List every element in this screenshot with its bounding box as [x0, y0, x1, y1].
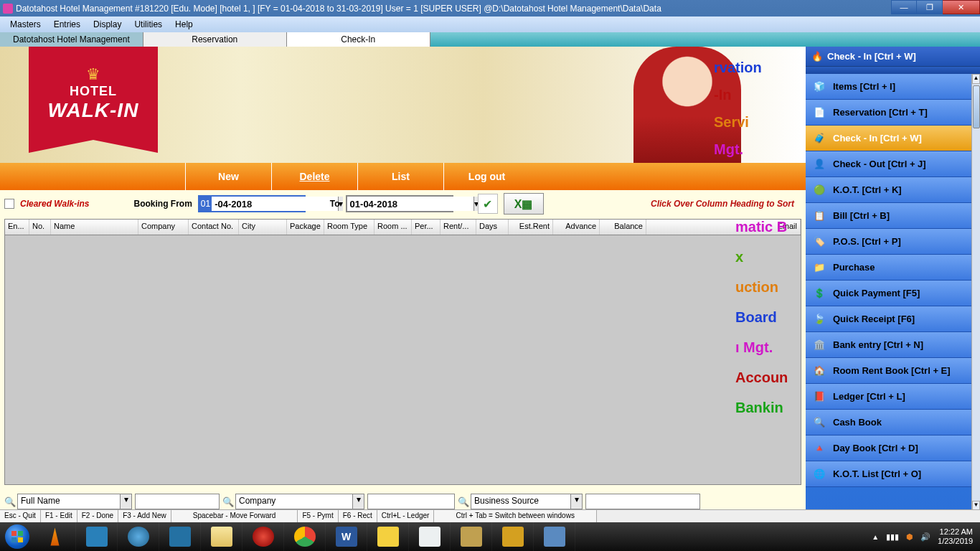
col-no[interactable]: No.: [29, 220, 51, 235]
export-excel-button[interactable]: X▦: [504, 193, 544, 215]
volume-icon[interactable]: 🔊: [920, 532, 930, 542]
search-icon[interactable]: 🔍: [458, 496, 468, 507]
rp-item-label: P.O.S. [Ctrl + P]: [833, 236, 901, 247]
col-entry[interactable]: En...: [5, 220, 29, 235]
scroll-up-icon[interactable]: ▲: [972, 74, 980, 84]
combo-company[interactable]: Company▾: [235, 494, 364, 509]
date-from-combo[interactable]: 01 ▾: [198, 195, 306, 212]
task-ie[interactable]: [118, 522, 159, 551]
task-notes[interactable]: [367, 522, 409, 551]
rp-item[interactable]: 🏛️Bank entry [Ctrl + N]: [806, 332, 980, 358]
sc-f5: F5 - Pymt: [298, 510, 338, 522]
col-days[interactable]: Days: [476, 220, 509, 235]
clock[interactable]: 12:22 AM 1/23/2019: [938, 527, 973, 546]
cleared-label: Cleared Walk-ins: [20, 199, 89, 209]
cleared-checkbox[interactable]: [4, 199, 14, 209]
date-to-input[interactable]: [347, 197, 473, 211]
menu-utilities[interactable]: Utilities: [128, 18, 168, 31]
date-from-input[interactable]: [212, 197, 338, 211]
col-estrent[interactable]: Est.Rent: [509, 220, 553, 235]
chevron-down-icon[interactable]: ▾: [570, 494, 582, 509]
col-advance[interactable]: Advance: [553, 220, 600, 235]
task-word[interactable]: W: [326, 522, 367, 551]
task-app3[interactable]: [534, 522, 575, 551]
rp-item[interactable]: 🌐K.O.T. List [Ctrl + O]: [806, 461, 980, 487]
rp-item[interactable]: 💲Quick Payment [F5]: [806, 281, 980, 306]
tab-app-name[interactable]: Datotahost Hotel Management: [0, 32, 143, 47]
wifi-icon[interactable]: ▮▮▮: [886, 532, 899, 542]
chevron-down-icon[interactable]: ▾: [352, 494, 364, 509]
tab-reservation[interactable]: Reservation: [143, 32, 287, 47]
col-room[interactable]: Room ...: [374, 220, 412, 235]
right-panel-title: 🔥 Check - In [Ctrl + W]: [806, 47, 980, 67]
task-explorer[interactable]: [201, 522, 242, 551]
col-package[interactable]: Package: [287, 220, 324, 235]
svg-rect-1: [18, 531, 23, 536]
rp-item-icon: 📋: [813, 209, 826, 222]
col-email[interactable]: Email: [646, 220, 801, 235]
combo-fullname[interactable]: Full Name▾: [17, 494, 132, 509]
rp-item[interactable]: 🍃Quick Receipt [F6]: [806, 306, 980, 332]
crown-icon: ♛: [86, 65, 100, 84]
col-name[interactable]: Name: [51, 220, 138, 235]
col-rent[interactable]: Rent/...: [440, 220, 476, 235]
logout-button[interactable]: Log out: [443, 163, 529, 190]
col-persons[interactable]: Per...: [412, 220, 440, 235]
rp-item[interactable]: 🔍Cash Book: [806, 410, 980, 435]
shield-icon[interactable]: ⬢: [906, 532, 913, 542]
rp-item[interactable]: 👤Check - Out [Ctrl + J]: [806, 151, 980, 177]
combo-business-source[interactable]: Business Source▾: [471, 494, 583, 509]
close-button[interactable]: ✕: [943, 0, 980, 14]
menu-display[interactable]: Display: [88, 18, 127, 31]
task-vlc[interactable]: [34, 522, 76, 551]
textbox-company[interactable]: [367, 494, 455, 509]
textbox-name[interactable]: [135, 494, 220, 509]
rp-item[interactable]: 📕Ledger [Ctrl + L]: [806, 384, 980, 410]
col-company[interactable]: Company: [138, 220, 189, 235]
task-opera[interactable]: [242, 522, 284, 551]
rp-item[interactable]: 📋Bill [Ctrl + B]: [806, 203, 980, 229]
rp-item-label: Cash Book: [833, 417, 882, 428]
rp-item[interactable]: 🟢K.O.T. [Ctrl + K]: [806, 177, 980, 203]
rp-item[interactable]: 🏠Room Rent Book [Ctrl + E]: [806, 358, 980, 384]
scroll-thumb[interactable]: [973, 85, 980, 128]
list-button[interactable]: List: [357, 163, 443, 190]
tray-expand-icon[interactable]: ▲: [872, 533, 879, 541]
rp-item[interactable]: 🔺Day Book [Ctrl + D]: [806, 435, 980, 461]
sc-ctrl-l: Ctrl+L - Ledger: [377, 510, 435, 522]
rp-item[interactable]: 🧳Check - In [Ctrl + W]: [806, 126, 980, 151]
tab-check-in[interactable]: Check-In: [287, 32, 430, 47]
rp-item-label: Purchase: [833, 262, 875, 273]
task-mail[interactable]: [159, 522, 201, 551]
scrollbar[interactable]: ▲ ▼: [971, 74, 980, 511]
rp-item[interactable]: 🏷️P.O.S. [Ctrl + P]: [806, 229, 980, 255]
start-button[interactable]: [0, 522, 34, 551]
minimize-button[interactable]: —: [891, 0, 917, 14]
task-app2[interactable]: [492, 522, 534, 551]
maximize-button[interactable]: ❐: [917, 0, 943, 14]
grid-body[interactable]: [5, 235, 801, 484]
system-tray[interactable]: ▲ ▮▮▮ ⬢ 🔊 12:22 AM 1/23/2019: [864, 522, 980, 551]
textbox-source[interactable]: [585, 494, 700, 509]
task-app1[interactable]: [451, 522, 492, 551]
chevron-down-icon[interactable]: ▾: [120, 494, 131, 509]
search-icon[interactable]: 🔍: [222, 496, 232, 507]
task-screenrec[interactable]: [76, 522, 118, 551]
col-balance[interactable]: Balance: [600, 220, 646, 235]
rp-item[interactable]: 📄Reservation [Ctrl + T]: [806, 100, 980, 126]
menu-help[interactable]: Help: [169, 18, 199, 31]
confirm-check-button[interactable]: ✔: [478, 194, 498, 214]
col-roomtype[interactable]: Room Type: [324, 220, 374, 235]
menu-masters[interactable]: Masters: [4, 18, 47, 31]
task-paint[interactable]: [409, 522, 451, 551]
new-button[interactable]: New: [185, 163, 271, 190]
task-chrome[interactable]: [284, 522, 326, 551]
col-contact[interactable]: Contact No.: [189, 220, 239, 235]
rp-item[interactable]: 📁Purchase: [806, 255, 980, 281]
menu-entries[interactable]: Entries: [48, 18, 86, 31]
search-icon[interactable]: 🔍: [4, 496, 14, 507]
col-city[interactable]: City: [239, 220, 287, 235]
date-to-combo[interactable]: ▾: [346, 195, 453, 212]
rp-item[interactable]: 🧊Items [Ctrl + I]: [806, 74, 980, 100]
delete-button[interactable]: Delete: [271, 163, 357, 190]
